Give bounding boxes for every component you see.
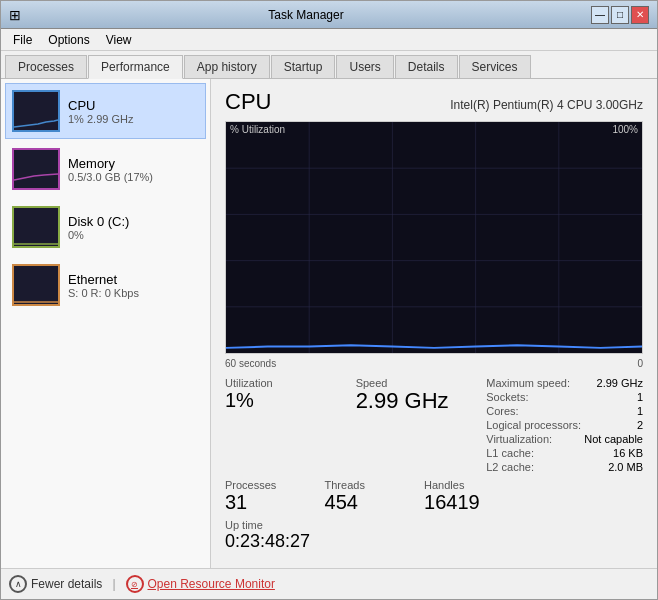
svg-rect-2 [14,208,58,246]
logical-label: Logical processors: [486,419,581,431]
chart-pct-label: % Utilization [230,124,285,135]
virt-row: Virtualization: Not capable [486,433,643,445]
stat-speed: Speed 2.99 GHz [356,377,487,473]
content-area: CPU 1% 2.99 GHz Memory 0.5/3.0 GB (17%) [1,79,657,568]
svg-rect-3 [14,266,58,304]
window-title: Task Manager [21,8,591,22]
tab-processes[interactable]: Processes [5,55,87,78]
utilization-label: Utilization [225,377,356,389]
disk-sidebar-stat: 0% [68,229,129,241]
menu-view[interactable]: View [98,31,140,49]
stat-uptime: Up time 0:23:48:27 [225,519,643,552]
sidebar-item-ethernet[interactable]: Ethernet S: 0 R: 0 Kbps [5,257,206,313]
tab-bar: Processes Performance App history Startu… [1,51,657,79]
open-resource-monitor-link[interactable]: ⊘ Open Resource Monitor [126,575,275,593]
stat-processes: Processes 31 [225,479,325,513]
ethernet-sidebar-stat: S: 0 R: 0 Kbps [68,287,139,299]
fewer-details-icon: ∧ [9,575,27,593]
speed-value: 2.99 GHz [356,389,487,413]
memory-sidebar-name: Memory [68,156,153,171]
cpu-sidebar-name: CPU [68,98,133,113]
sockets-row: Sockets: 1 [486,391,643,403]
main-panel: CPU Intel(R) Pentium(R) 4 CPU 3.00GHz % … [211,79,657,568]
tab-users[interactable]: Users [336,55,393,78]
stats-row-2: Processes 31 Threads 454 Handles 16419 [225,479,643,513]
cpu-model-text: Intel(R) Pentium(R) 4 CPU 3.00GHz [450,98,643,112]
l1-value: 16 KB [613,447,643,459]
resource-monitor-icon: ⊘ [126,575,144,593]
threads-label: Threads [325,479,425,491]
fewer-details-label: Fewer details [31,577,102,591]
virt-label: Virtualization: [486,433,552,445]
cores-label: Cores: [486,405,518,417]
task-manager-window: ⊞ Task Manager — □ ✕ File Options View P… [0,0,658,600]
sidebar-item-memory[interactable]: Memory 0.5/3.0 GB (17%) [5,141,206,197]
handles-value: 16419 [424,491,524,513]
maximize-button[interactable]: □ [611,6,629,24]
l2-row: L2 cache: 2.0 MB [486,461,643,473]
cores-row: Cores: 1 [486,405,643,417]
disk-mini-chart [12,206,60,248]
processes-label: Processes [225,479,325,491]
ethernet-sidebar-name: Ethernet [68,272,139,287]
l2-label: L2 cache: [486,461,534,473]
max-speed-label: Maximum speed: [486,377,570,389]
chart-time-label: 60 seconds [225,358,276,369]
menu-file[interactable]: File [5,31,40,49]
sidebar-item-cpu[interactable]: CPU 1% 2.99 GHz [5,83,206,139]
close-button[interactable]: ✕ [631,6,649,24]
handles-label: Handles [424,479,524,491]
logical-row: Logical processors: 2 [486,419,643,431]
sidebar-item-disk[interactable]: Disk 0 (C:) 0% [5,199,206,255]
memory-sidebar-stat: 0.5/3.0 GB (17%) [68,171,153,183]
stat-utilization: Utilization 1% [225,377,356,473]
title-bar: ⊞ Task Manager — □ ✕ [1,1,657,29]
cores-value: 1 [637,405,643,417]
tab-startup[interactable]: Startup [271,55,336,78]
l1-label: L1 cache: [486,447,534,459]
tab-services[interactable]: Services [459,55,531,78]
stat-handles: Handles 16419 [424,479,524,513]
tab-app-history[interactable]: App history [184,55,270,78]
sockets-label: Sockets: [486,391,528,403]
minimize-button[interactable]: — [591,6,609,24]
sidebar: CPU 1% 2.99 GHz Memory 0.5/3.0 GB (17%) [1,79,211,568]
max-speed-row: Maximum speed: 2.99 GHz [486,377,643,389]
fewer-details-button[interactable]: ∧ Fewer details [9,575,102,593]
stats-row-1: Utilization 1% Speed 2.99 GHz Maximum sp… [225,377,643,473]
tab-details[interactable]: Details [395,55,458,78]
virt-value: Not capable [584,433,643,445]
right-stats: Maximum speed: 2.99 GHz Sockets: 1 Cores… [486,377,643,473]
open-resource-label: Open Resource Monitor [148,577,275,591]
memory-mini-chart [12,148,60,190]
cpu-main-title: CPU [225,89,271,115]
ethernet-mini-chart [12,264,60,306]
chart-zero-label: 0 [637,358,643,369]
chart-labels: 60 seconds 0 [225,358,643,369]
disk-sidebar-name: Disk 0 (C:) [68,214,129,229]
cpu-sidebar-stat: 1% 2.99 GHz [68,113,133,125]
processes-value: 31 [225,491,325,513]
cpu-mini-chart [12,90,60,132]
l1-row: L1 cache: 16 KB [486,447,643,459]
cpu-header: CPU Intel(R) Pentium(R) 4 CPU 3.00GHz [225,89,643,115]
footer-divider: | [112,577,115,591]
logical-value: 2 [637,419,643,431]
footer: ∧ Fewer details | ⊘ Open Resource Monito… [1,568,657,599]
right-spacer [524,479,643,513]
svg-rect-4 [226,122,642,353]
utilization-value: 1% [225,389,356,411]
sockets-value: 1 [637,391,643,403]
cpu-chart: % Utilization 100% [225,121,643,354]
menu-options[interactable]: Options [40,31,97,49]
uptime-label: Up time [225,519,643,531]
uptime-value: 0:23:48:27 [225,531,643,552]
stat-threads: Threads 454 [325,479,425,513]
window-controls: — □ ✕ [591,6,649,24]
max-speed-value: 2.99 GHz [597,377,643,389]
threads-value: 454 [325,491,425,513]
svg-rect-1 [14,150,58,188]
tab-performance[interactable]: Performance [88,55,183,79]
chart-100-label: 100% [612,124,638,135]
stats-row-3: Up time 0:23:48:27 [225,519,643,552]
